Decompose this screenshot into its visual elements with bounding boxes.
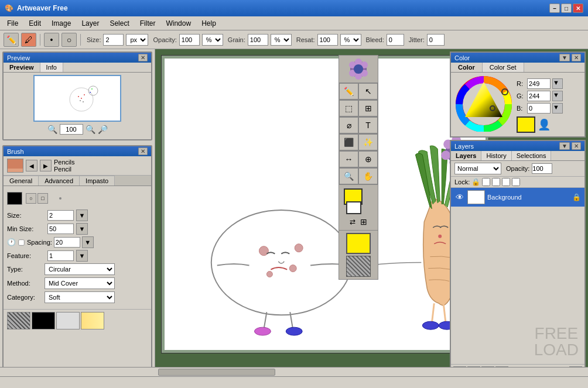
- b-arrow[interactable]: ▼: [552, 103, 563, 114]
- tool-option-1[interactable]: •: [44, 33, 59, 47]
- swatch-3[interactable]: [56, 312, 80, 329]
- layer-visibility-button[interactable]: 👁: [454, 192, 465, 202]
- menu-filter[interactable]: Filter: [135, 18, 160, 29]
- layers-close-button[interactable]: ✕: [572, 142, 581, 150]
- tab-color-set[interactable]: Color Set: [483, 63, 524, 72]
- active-color-swatch[interactable]: [517, 116, 535, 133]
- jitter-input[interactable]: [427, 34, 445, 46]
- tab-color[interactable]: Color: [451, 63, 483, 72]
- lock-position-checkbox[interactable]: [492, 178, 500, 186]
- brush-size-input[interactable]: [47, 210, 74, 221]
- tab-preview[interactable]: Preview: [4, 63, 40, 72]
- method-select[interactable]: Mid Cover Soft Cover Hard Cover: [45, 277, 115, 289]
- brush-opt-1[interactable]: ○: [26, 193, 36, 204]
- r-input[interactable]: [527, 78, 551, 89]
- blend-mode-select[interactable]: Normal Multiply Screen Overlay: [454, 163, 501, 174]
- color-wheel-svg[interactable]: [454, 76, 513, 132]
- menu-select[interactable]: Select: [105, 18, 134, 29]
- reset-colors-button[interactable]: ⊞: [360, 217, 367, 226]
- fx-tool-button[interactable]: ✨: [358, 134, 378, 150]
- brush-prev-button[interactable]: ◀: [26, 160, 37, 171]
- tab-layers[interactable]: Layers: [451, 151, 481, 160]
- brush-color-box[interactable]: [7, 192, 22, 205]
- spacing-input[interactable]: [54, 237, 80, 248]
- lock-icon[interactable]: 🔒: [471, 178, 480, 186]
- type-select[interactable]: Circular Flat Camel: [45, 263, 115, 275]
- minimize-button[interactable]: –: [549, 4, 560, 13]
- layer-opacity-input[interactable]: [532, 163, 552, 174]
- clone-tool-button[interactable]: ⊕: [358, 151, 378, 167]
- select-tool-button[interactable]: ↖: [358, 83, 378, 99]
- size-arrow[interactable]: ▼: [76, 210, 88, 221]
- layers-options-button[interactable]: ▼: [559, 142, 570, 150]
- zoom-tool-button[interactable]: 🔍: [339, 168, 358, 184]
- lasso-tool-button[interactable]: ⌀: [339, 117, 358, 133]
- menu-file[interactable]: File: [2, 18, 23, 29]
- tab-info[interactable]: Info: [40, 63, 63, 72]
- brush-close-button[interactable]: ✕: [138, 147, 148, 155]
- grain-input[interactable]: [248, 34, 268, 46]
- canvas-inner[interactable]: [165, 59, 486, 350]
- texture-swatch-1[interactable]: [346, 233, 371, 254]
- hscroll-thumb[interactable]: [158, 369, 275, 376]
- resat-dropdown[interactable]: %: [340, 34, 361, 46]
- transform-tool-button[interactable]: ⊞: [358, 100, 378, 116]
- menu-image[interactable]: Image: [47, 18, 76, 29]
- menu-window[interactable]: Window: [161, 18, 196, 29]
- close-button[interactable]: ✕: [573, 4, 583, 13]
- menu-edit[interactable]: Edit: [24, 18, 46, 29]
- fill-tool-button[interactable]: ⬛: [339, 134, 358, 150]
- resat-input[interactable]: [317, 34, 338, 46]
- menu-help[interactable]: Help: [197, 18, 221, 29]
- rect-select-button[interactable]: ⬚: [339, 100, 358, 116]
- zoom-out-button[interactable]: 🔎: [98, 125, 108, 134]
- tab-impasto[interactable]: Impasto: [80, 176, 115, 186]
- swatch-1[interactable]: [7, 312, 30, 329]
- minsize-arrow[interactable]: ▼: [76, 223, 88, 235]
- size-input[interactable]: [103, 34, 124, 46]
- color-close-button[interactable]: ✕: [572, 54, 581, 61]
- size-dropdown[interactable]: px: [126, 34, 148, 46]
- zoom-input[interactable]: [60, 124, 83, 135]
- tab-selections[interactable]: Selections: [512, 151, 552, 160]
- g-input[interactable]: [527, 91, 551, 101]
- swap-colors-button[interactable]: ⇄: [350, 218, 355, 226]
- brush-next-button[interactable]: ▶: [40, 160, 52, 171]
- g-arrow[interactable]: ▼: [552, 91, 563, 101]
- category-select[interactable]: Soft Hard Medium: [45, 291, 115, 303]
- jitter-checkbox[interactable]: [18, 239, 24, 245]
- preview-close-button[interactable]: ✕: [138, 54, 148, 61]
- brush-tool-icon[interactable]: ✏️: [4, 33, 19, 47]
- lock-all-checkbox[interactable]: [512, 178, 520, 186]
- layer-item-background[interactable]: 👁 Background 🔒: [451, 188, 584, 207]
- pencil-icon[interactable]: 🖊: [21, 33, 36, 47]
- zoom-fit-button[interactable]: 🔍: [47, 125, 57, 134]
- zoom-in-button[interactable]: 🔍: [86, 125, 95, 134]
- swatch-2[interactable]: [32, 312, 55, 329]
- menu-layer[interactable]: Layer: [77, 18, 104, 29]
- background-color-swatch[interactable]: [346, 201, 361, 214]
- r-arrow[interactable]: ▼: [552, 78, 563, 89]
- spacing-arrow[interactable]: ▼: [82, 236, 94, 248]
- text-tool-button[interactable]: T: [358, 117, 378, 133]
- tab-advanced[interactable]: Advanced: [39, 176, 80, 186]
- maximize-button[interactable]: □: [561, 4, 572, 13]
- tab-history[interactable]: History: [481, 151, 511, 160]
- brush-opt-2[interactable]: □: [37, 193, 48, 204]
- bleed-input[interactable]: [387, 34, 404, 46]
- swatch-4[interactable]: [81, 312, 104, 329]
- opacity-input[interactable]: [179, 34, 200, 46]
- lock-alpha-checkbox[interactable]: [502, 178, 510, 186]
- b-input[interactable]: [527, 103, 551, 114]
- color-options-button[interactable]: ▼: [559, 54, 570, 61]
- grain-dropdown[interactable]: %: [271, 34, 292, 46]
- feature-arrow[interactable]: ▼: [76, 250, 88, 262]
- tool-option-2[interactable]: ○: [61, 33, 77, 47]
- smudge-tool-button[interactable]: ↔: [339, 151, 358, 167]
- paint-tool-button[interactable]: ✏️: [339, 83, 358, 99]
- min-size-input[interactable]: [47, 224, 74, 234]
- texture-swatch-2[interactable]: [346, 256, 371, 277]
- lock-pixel-checkbox[interactable]: [482, 178, 490, 186]
- opacity-dropdown[interactable]: %: [202, 34, 223, 46]
- hand-tool-button[interactable]: ✋: [358, 168, 378, 184]
